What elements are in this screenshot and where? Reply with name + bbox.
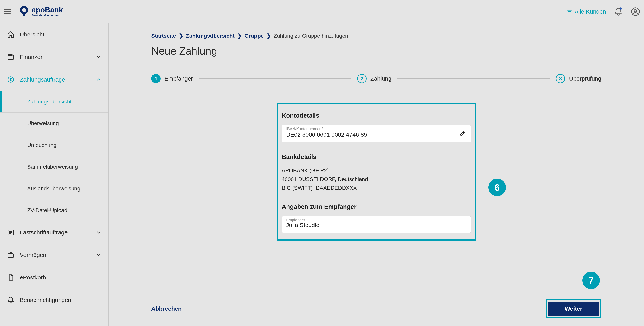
divider [151,95,601,95]
step-number: 2 [357,74,366,83]
wallet-icon [7,53,14,61]
svg-rect-8 [8,254,14,257]
step-payment: 2 Zahlung [357,74,392,83]
sidebar-item-assets[interactable]: Vermögen [0,244,108,266]
sidebar-sub-payment-overview[interactable]: Zahlungsübersicht [0,91,108,112]
recipient-label: Empfänger * [286,218,308,222]
section-account-details: Kontodetails [282,112,471,119]
bank-address: 40001 DUSSELDORF, Deutschland [282,175,471,184]
sidebar-item-label: Vermögen [20,252,46,258]
bell-icon [7,296,14,304]
filter-icon [567,9,572,14]
brand-logo[interactable]: apoBank Bank der Gesundheit [18,0,63,23]
top-bar: apoBank Bank der Gesundheit Alle Kunden [0,0,644,23]
step-recipient: 1 Empfänger [151,74,193,83]
main-header: Startseite ❯ Zahlungsübersicht ❯ Gruppe … [109,23,644,63]
sidebar-item-overview[interactable]: Übersicht [0,23,108,46]
sidebar-item-notifications[interactable]: Benachrichtigungen [0,289,108,311]
step-label: Empfänger [164,75,193,82]
bank-name: APOBANK (GF P2) [282,166,471,175]
sidebar-sub-label: ZV-Datei-Upload [27,207,67,214]
step-review: 3 Überprüfung [556,74,601,83]
breadcrumb-home[interactable]: Startseite [151,33,176,39]
chevron-right-icon: ❯ [179,32,183,39]
customer-filter-button[interactable]: Alle Kunden [567,8,606,15]
form-highlight-frame: 6 Kontodetails IBAN/Kontonummer * DE02 3… [276,103,476,240]
bic-value: DAAEDEDDXXX [316,185,357,191]
bic-label: BIC (SWIFT) [282,185,313,191]
notifications-button[interactable] [614,7,623,16]
main-content: Startseite ❯ Zahlungsübersicht ❯ Gruppe … [109,23,644,326]
callout-badge-6: 6 [488,179,506,196]
sidebar: Übersicht Finanzen Zahlungsaufträge Zahl… [0,23,109,326]
sidebar-item-label: ePostkorb [20,274,46,281]
iban-value: DE02 3006 0601 0002 4746 89 [286,131,466,138]
brand-name: apoBank [32,6,63,14]
section-recipient-details: Angaben zum Empfänger [282,203,471,210]
callout-badge-7: 7 [582,272,600,289]
sidebar-item-label: Zahlungsaufträge [20,76,65,83]
breadcrumb: Startseite ❯ Zahlungsübersicht ❯ Gruppe … [151,32,601,39]
menu-button[interactable] [4,7,13,16]
next-button[interactable]: Weiter [548,302,598,316]
sidebar-item-label: Übersicht [20,31,44,38]
step-label: Zahlung [370,75,392,82]
sidebar-item-label: Finanzen [20,54,44,60]
breadcrumb-current: Zahlung zu Gruppe hinzufügen [274,33,348,39]
notification-dot-icon [620,7,622,10]
recipient-input-wrap[interactable]: Empfänger * Julia Steudle [282,216,471,233]
brand-tagline: Bank der Gesundheit [32,14,63,17]
footer-actions: 7 Abbrechen Weiter [109,293,644,326]
svg-point-3 [634,9,637,12]
sidebar-sub-label: Umbuchung [27,142,56,148]
breadcrumb-group[interactable]: Gruppe [244,33,264,39]
account-button[interactable] [631,7,640,16]
chevron-right-icon: ❯ [266,32,271,39]
sidebar-item-epostkorb[interactable]: ePostkorb [0,266,108,289]
sidebar-sub-foreign-transfer[interactable]: Auslandsüberweisung [0,178,108,200]
chevron-down-icon [96,230,101,235]
sidebar-item-label: Lastschriftaufträge [20,229,68,236]
list-icon [7,229,14,236]
cancel-button[interactable]: Abbrechen [151,306,182,312]
briefcase-icon [7,251,14,259]
step-number: 1 [151,74,160,83]
home-icon [7,31,14,38]
sidebar-item-direct-debits[interactable]: Lastschriftaufträge [0,221,108,244]
sidebar-sub-label: Auslandsüberweisung [27,186,80,192]
sidebar-sub-rebooking[interactable]: Umbuchung [0,134,108,156]
chevron-down-icon [96,252,101,258]
svg-rect-1 [23,12,25,16]
sidebar-item-payment-orders[interactable]: Zahlungsaufträge [0,68,108,91]
stepper: 1 Empfänger 2 Zahlung 3 Überprüfung [151,68,601,95]
recipient-value: Julia Steudle [286,222,466,228]
step-line [199,78,352,79]
sidebar-item-finances[interactable]: Finanzen [0,46,108,68]
step-label: Überprüfung [569,75,601,82]
chevron-down-icon [96,54,101,60]
step-line [397,78,550,79]
breadcrumb-payments[interactable]: Zahlungsübersicht [186,33,234,39]
sidebar-sub-label: Zahlungsübersicht [27,98,72,105]
chevron-up-icon [96,77,101,82]
sidebar-sub-label: Sammelüberweisung [27,164,78,170]
iban-input-wrap[interactable]: IBAN/Kontonummer * DE02 3006 0601 0002 4… [282,125,471,142]
dollar-circle-icon [7,76,14,83]
logo-icon [18,6,30,17]
chevron-right-icon: ❯ [237,32,242,39]
sidebar-sub-transfer[interactable]: Überweisung [0,112,108,134]
iban-label: IBAN/Kontonummer * [286,127,323,131]
edit-icon[interactable] [459,130,466,137]
step-number: 3 [556,74,565,83]
next-button-highlight-frame: Weiter [546,299,601,318]
document-icon [7,274,14,281]
section-bank-details: Bankdetails [282,153,471,160]
sidebar-sub-label: Überweisung [27,120,59,126]
bank-bic: BIC (SWIFT) DAAEDEDDXXX [282,184,471,192]
sidebar-item-label: Benachrichtigungen [20,297,71,303]
sidebar-sub-collective-transfer[interactable]: Sammelüberweisung [0,156,108,178]
customer-filter-label: Alle Kunden [574,8,606,15]
sidebar-sub-file-upload[interactable]: ZV-Datei-Upload [0,200,108,221]
page-title: Neue Zahlung [151,45,601,57]
